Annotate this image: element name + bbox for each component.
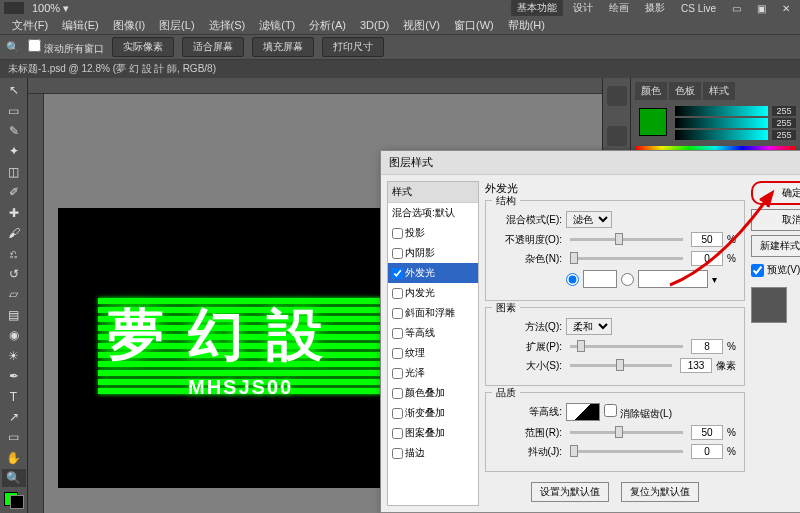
workspace-tab-photography[interactable]: 摄影 [639,0,671,16]
path-tool-icon[interactable]: ↗ [2,408,26,426]
g-value[interactable]: 255 [772,118,796,128]
style-bevel[interactable]: 斜面和浮雕 [388,303,478,323]
style-contour[interactable]: 等高线 [388,323,478,343]
window-min-icon[interactable]: ▭ [726,2,747,15]
spread-input[interactable] [691,339,723,354]
style-blending[interactable]: 混合选项:默认 [388,203,478,223]
color-well[interactable] [583,270,617,288]
zoom-tool-icon[interactable]: 🔍 [2,469,26,487]
eraser-tool-icon[interactable]: ▱ [2,285,26,303]
style-coloroverlay[interactable]: 颜色叠加 [388,383,478,403]
style-satin[interactable]: 光泽 [388,363,478,383]
menu-help[interactable]: 帮助(H) [502,16,551,35]
style-dropshadow[interactable]: 投影 [388,223,478,243]
style-gradoverlay[interactable]: 渐变叠加 [388,403,478,423]
style-innershadow[interactable]: 内阴影 [388,243,478,263]
workspace-tab-essentials[interactable]: 基本功能 [511,0,563,16]
range-input[interactable] [691,425,723,440]
gradient-well[interactable] [638,270,708,288]
noise-slider[interactable] [570,257,683,260]
history-brush-tool-icon[interactable]: ↺ [2,265,26,283]
heal-tool-icon[interactable]: ✚ [2,204,26,222]
blur-tool-icon[interactable]: ◉ [2,326,26,344]
menu-file[interactable]: 文件(F) [6,16,54,35]
gradient-tool-icon[interactable]: ▤ [2,306,26,324]
menu-edit[interactable]: 编辑(E) [56,16,105,35]
color-swatch[interactable] [4,492,24,509]
hand-tool-icon[interactable]: ✋ [2,449,26,467]
dodge-tool-icon[interactable]: ☀ [2,346,26,364]
cancel-button[interactable]: 取消 [751,209,800,231]
cslive-button[interactable]: CS Live [675,2,722,15]
b-slider[interactable] [675,130,768,140]
lasso-tool-icon[interactable]: ✎ [2,122,26,140]
spread-slider[interactable] [570,345,683,348]
opacity-slider[interactable] [570,238,683,241]
menu-analysis[interactable]: 分析(A) [303,16,352,35]
r-slider[interactable] [675,106,768,116]
noise-input[interactable] [691,251,723,266]
stamp-tool-icon[interactable]: ⎌ [2,244,26,262]
g-slider[interactable] [675,118,768,128]
crop-tool-icon[interactable]: ◫ [2,163,26,181]
shape-tool-icon[interactable]: ▭ [2,428,26,446]
range-slider[interactable] [570,431,683,434]
preview-checkbox[interactable] [751,264,764,277]
opacity-input[interactable] [691,232,723,247]
style-texture[interactable]: 纹理 [388,343,478,363]
menu-layer[interactable]: 图层(L) [153,16,200,35]
workspace-tab-design[interactable]: 设计 [567,0,599,16]
blend-select[interactable]: 滤色 [566,211,612,228]
print-size-button[interactable]: 打印尺寸 [322,37,384,57]
r-value[interactable]: 255 [772,106,796,116]
jitter-slider[interactable] [570,450,683,453]
technique-select[interactable]: 柔和 [566,318,612,335]
move-tool-icon[interactable]: ↖ [2,81,26,99]
document-tab[interactable]: 未标题-1.psd @ 12.8% (夢 幻 設 計 師, RGB/8) [0,60,800,78]
fit-screen-button[interactable]: 适合屏幕 [182,37,244,57]
window-close-icon[interactable]: ✕ [776,2,796,15]
size-slider[interactable] [570,364,672,367]
tab-color[interactable]: 颜色 [635,82,667,100]
jitter-input[interactable] [691,444,723,459]
menu-window[interactable]: 窗口(W) [448,16,500,35]
b-value[interactable]: 255 [772,130,796,140]
menu-filter[interactable]: 滤镜(T) [253,16,301,35]
brush-panel-icon[interactable] [607,126,627,146]
fill-screen-button[interactable]: 填充屏幕 [252,37,314,57]
style-patoverlay[interactable]: 图案叠加 [388,423,478,443]
scroll-all-checkbox[interactable]: 滚动所有窗口 [28,39,104,56]
wand-tool-icon[interactable]: ✦ [2,142,26,160]
menu-select[interactable]: 选择(S) [203,16,252,35]
tab-styles[interactable]: 样式 [703,82,735,100]
pen-tool-icon[interactable]: ✒ [2,367,26,385]
gradient-radio[interactable] [621,273,634,286]
background-color-icon[interactable] [10,495,24,509]
style-stroke[interactable]: 描边 [388,443,478,463]
marquee-tool-icon[interactable]: ▭ [2,101,26,119]
menu-3d[interactable]: 3D(D) [354,17,395,33]
ok-button[interactable]: 确定 [751,181,800,205]
document-canvas[interactable]: 夢 幻 設 MHSJS00 [58,208,428,488]
actual-pixels-button[interactable]: 实际像素 [112,37,174,57]
menu-view[interactable]: 视图(V) [397,16,446,35]
tab-swatches[interactable]: 色板 [669,82,701,100]
history-panel-icon[interactable] [607,86,627,106]
contour-picker[interactable] [566,403,600,421]
eyedropper-tool-icon[interactable]: ✐ [2,183,26,201]
type-tool-icon[interactable]: T [2,387,26,405]
style-innerglow[interactable]: 内发光 [388,283,478,303]
menu-image[interactable]: 图像(I) [107,16,151,35]
antialias-checkbox[interactable]: 消除锯齿(L) [604,404,672,421]
size-input[interactable] [680,358,712,373]
dialog-titlebar[interactable]: 图层样式 ✕ [381,151,800,175]
color-preview[interactable] [639,108,667,136]
workspace-tab-painting[interactable]: 绘画 [603,0,635,16]
make-default-button[interactable]: 设置为默认值 [531,482,609,502]
color-radio[interactable] [566,273,579,286]
brush-tool-icon[interactable]: 🖌 [2,224,26,242]
style-outerglow[interactable]: 外发光 [388,263,478,283]
reset-default-button[interactable]: 复位为默认值 [621,482,699,502]
window-max-icon[interactable]: ▣ [751,2,772,15]
new-style-button[interactable]: 新建样式(W)... [751,235,800,257]
